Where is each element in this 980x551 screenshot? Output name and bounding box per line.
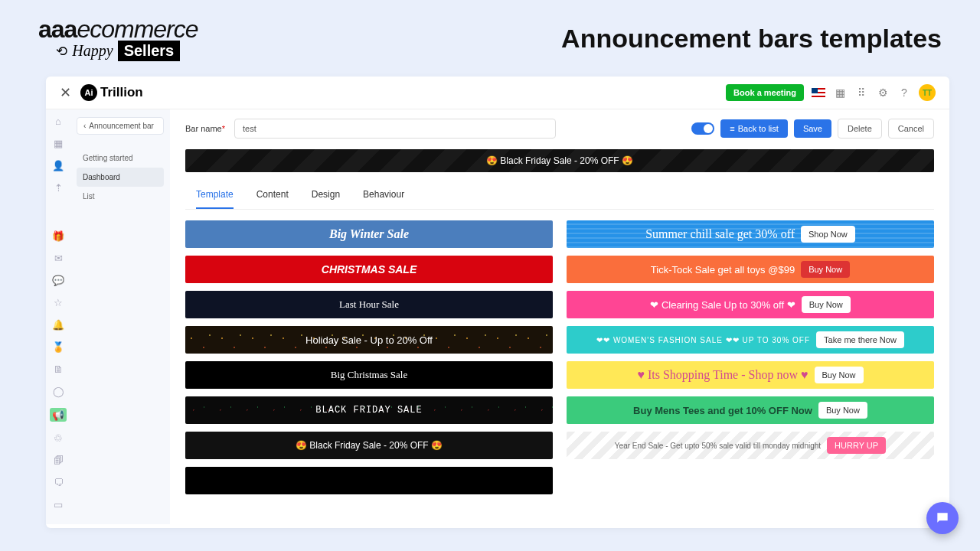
circle-icon[interactable]: ◯ xyxy=(53,386,64,397)
grid-icon[interactable]: ▦ xyxy=(54,138,63,149)
tab-content[interactable]: Content xyxy=(256,181,289,209)
sidebar-back-button[interactable]: ‹ Announcement bar xyxy=(77,117,164,135)
template-bar-text: Tick-Tock Sale get all toys @$99 xyxy=(651,264,795,276)
template-bar[interactable]: ♥ Its Shopping Time - Shop now ♥Buy Now xyxy=(567,361,934,389)
chat2-icon[interactable]: 🗨 xyxy=(54,477,64,488)
template-bar-text: CHRISTMAS SALE xyxy=(322,263,416,276)
sidebar-item-getting-started[interactable]: Getting started xyxy=(77,148,164,168)
template-bar[interactable]: Buy Mens Tees and get 10% OFF NowBuy Now xyxy=(567,396,934,424)
bar-name-input[interactable] xyxy=(234,119,556,139)
close-icon[interactable]: ✕ xyxy=(60,84,71,101)
template-bar[interactable]: Last Hour Sale xyxy=(185,291,553,318)
page-header: aaaecommerce ⟲ Happy Sellers Announcemen… xyxy=(0,0,980,77)
active-toggle[interactable] xyxy=(691,122,714,135)
book-meeting-button[interactable]: Book a meeting xyxy=(726,84,804,101)
brand-logo: aaaecommerce ⟲ Happy Sellers xyxy=(38,15,198,61)
megaphone-icon[interactable]: 📢 xyxy=(50,408,67,422)
cancel-button[interactable]: Cancel xyxy=(888,119,934,139)
template-cta-button[interactable]: Buy Now xyxy=(801,261,850,278)
tree-icon[interactable]: ♲ xyxy=(54,432,63,444)
back-to-list-label: Back to list xyxy=(738,124,779,133)
news-icon[interactable]: ▦ xyxy=(833,86,847,99)
sidebar-item-dashboard[interactable]: Dashboard xyxy=(77,168,164,187)
template-bar[interactable]: ❤ Clearing Sale Up to 30% off ❤Buy Now xyxy=(567,291,934,318)
brand-ecommerce: ecommerce xyxy=(77,15,198,43)
file-icon[interactable]: 🗐 xyxy=(54,455,64,466)
template-bar-text: Last Hour Sale xyxy=(339,298,399,311)
tab-design[interactable]: Design xyxy=(312,181,340,209)
preview-bar: 😍 Black Friday Sale - 20% OFF 😍 xyxy=(185,149,934,172)
template-bar[interactable] xyxy=(185,467,553,494)
template-bar[interactable]: CHRISTMAS SALE xyxy=(185,256,553,283)
delete-button[interactable]: Delete xyxy=(838,119,882,139)
template-cta-button[interactable]: Take me there Now xyxy=(816,331,904,348)
topbar: ✕ Ai Trillion Book a meeting ▦ ⠿ ⚙ ? TT xyxy=(46,77,949,109)
template-bar[interactable]: Big Christmas Sale xyxy=(185,361,553,389)
template-bar-text: Year End Sale - Get upto 50% sale valid … xyxy=(615,442,821,450)
template-bar[interactable]: Summer chill sale get 30% offShop Now xyxy=(567,220,934,248)
apps-icon[interactable]: ⠿ xyxy=(854,86,868,99)
template-cta-button[interactable]: Buy Now xyxy=(802,296,851,313)
star-icon[interactable]: ☆ xyxy=(54,297,63,308)
brand-happy: Happy xyxy=(72,42,113,60)
template-bar[interactable]: ❤❤ WOMEN'S FASHION SALE ❤❤ UP TO 30% OFF… xyxy=(567,326,934,354)
template-bar-text: Summer chill sale get 30% off xyxy=(645,227,795,241)
message-icon[interactable]: 💬 xyxy=(52,275,64,286)
templates-col-left: Big Winter SaleCHRISTMAS SALELast Hour S… xyxy=(185,220,553,494)
tab-behaviour[interactable]: Behaviour xyxy=(363,181,404,209)
template-cta-button[interactable]: Shop Now xyxy=(801,226,855,243)
chevron-left-icon: ‹ xyxy=(83,122,86,130)
template-bar[interactable]: Big Winter Sale xyxy=(185,220,553,248)
template-bar[interactable]: Tick-Tock Sale get all toys @$99Buy Now xyxy=(567,256,934,283)
template-bar[interactable]: Year End Sale - Get upto 50% sale valid … xyxy=(567,432,934,459)
template-bar-text: ❤❤ WOMEN'S FASHION SALE ❤❤ UP TO 30% OFF xyxy=(596,336,810,344)
user-icon[interactable]: 👤 xyxy=(52,160,64,171)
window-icon[interactable]: ▭ xyxy=(54,499,63,510)
logo-text: Trillion xyxy=(100,85,143,100)
badge-icon[interactable]: 🏅 xyxy=(52,341,64,353)
tabs: TemplateContentDesignBehaviour xyxy=(185,181,934,210)
bell-icon[interactable]: 🔔 xyxy=(52,319,64,331)
template-bar-text: Big Christmas Sale xyxy=(331,369,407,381)
avatar[interactable]: TT xyxy=(919,84,936,101)
template-bar-text: 😍 Black Friday Sale - 20% OFF 😍 xyxy=(296,440,443,451)
doc-icon[interactable]: 🗎 xyxy=(54,364,64,375)
chat-widget-icon[interactable] xyxy=(926,502,959,534)
template-bar[interactable]: 😍 Black Friday Sale - 20% OFF 😍 xyxy=(185,432,553,459)
template-cta-button[interactable]: HURRY UP xyxy=(827,437,886,454)
tab-template[interactable]: Template xyxy=(196,181,234,209)
brand-aaa: aaa xyxy=(38,15,77,43)
templates-grid: Big Winter SaleCHRISTMAS SALELast Hour S… xyxy=(185,220,934,494)
template-bar-text: Holiday Sale - Up to 20% Off xyxy=(305,334,433,346)
gift-icon[interactable]: 🎁 xyxy=(52,230,64,242)
flag-icon[interactable] xyxy=(812,88,825,97)
main-panel: Bar name* ≡ Back to list Save Delete Can… xyxy=(170,109,949,524)
template-bar-text: ♥ Its Shopping Time - Shop now ♥ xyxy=(637,368,808,382)
back-to-list-button[interactable]: ≡ Back to list xyxy=(720,119,788,138)
settings-icon[interactable]: ⚙ xyxy=(876,86,890,99)
brand-arrow-icon: ⟲ xyxy=(56,43,67,60)
templates-col-right: Summer chill sale get 30% offShop NowTic… xyxy=(567,220,934,494)
bar-name-label: Bar name* xyxy=(185,124,225,133)
template-bar-text: Buy Mens Tees and get 10% OFF Now xyxy=(633,405,812,416)
sidebar-back-label: Announcement bar xyxy=(89,122,154,130)
sidebar: ‹ Announcement bar Getting startedDashbo… xyxy=(70,109,170,524)
template-cta-button[interactable]: Buy Now xyxy=(815,367,864,383)
template-bar-text: Big Winter Sale xyxy=(329,227,409,241)
list-icon: ≡ xyxy=(730,124,734,133)
help-icon[interactable]: ? xyxy=(897,86,911,99)
app-logo[interactable]: Ai Trillion xyxy=(80,84,143,101)
template-bar[interactable]: BLACK FRIDAY SALE xyxy=(185,396,553,424)
sidebar-item-list[interactable]: List xyxy=(77,187,164,206)
icon-strip: ⌂ ▦ 👤 ⇡ 🎁 ✉ 💬 ☆ 🔔 🏅 🗎 ◯ 📢 ♲ 🗐 🗨 ▭ xyxy=(46,109,70,524)
template-cta-button[interactable]: Buy Now xyxy=(818,402,867,419)
page-title: Announcement bars templates xyxy=(561,24,942,54)
home-icon[interactable]: ⌂ xyxy=(55,116,61,127)
brand-sellers: Sellers xyxy=(118,41,181,61)
chart-icon[interactable]: ⇡ xyxy=(54,182,63,194)
save-button[interactable]: Save xyxy=(794,119,831,138)
mail-icon[interactable]: ✉ xyxy=(54,253,63,264)
template-bar-text: ❤ Clearing Sale Up to 30% off ❤ xyxy=(650,299,795,311)
template-bar-text: BLACK FRIDAY SALE xyxy=(315,405,422,416)
template-bar[interactable]: Holiday Sale - Up to 20% Off xyxy=(185,326,553,354)
